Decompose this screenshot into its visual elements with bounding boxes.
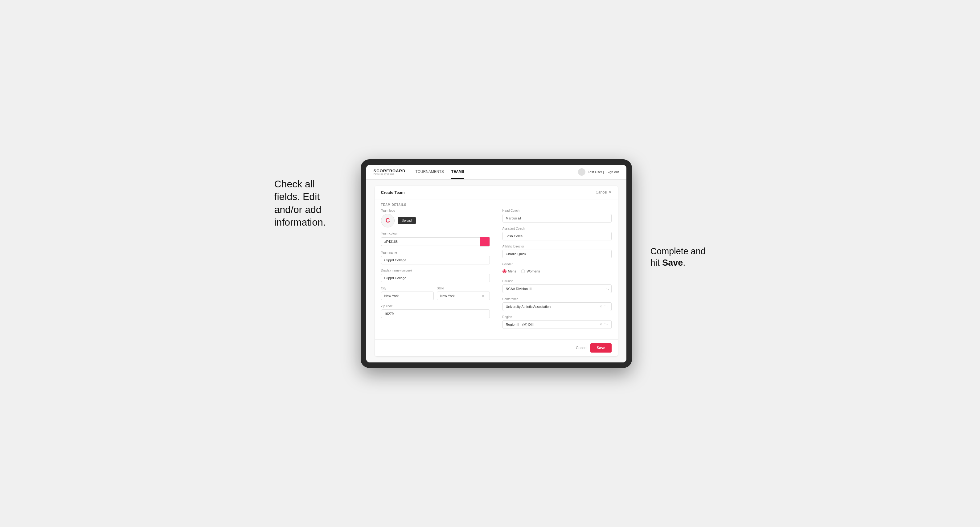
state-group: State New York ✕ [437, 287, 490, 300]
team-name-label: Team name [381, 251, 490, 254]
form-body: Team logo C Upload Team colour [375, 209, 618, 339]
radio-dot [503, 270, 506, 273]
head-coach-group: Head Coach [503, 209, 612, 222]
division-select[interactable]: NCAA Division III [503, 284, 612, 293]
region-controls: ✕ ⌃⌄ [600, 323, 608, 326]
team-colour-group: Team colour [381, 232, 490, 246]
team-logo-group: Team logo C Upload [381, 209, 490, 227]
nav-tournaments[interactable]: TOURNAMENTS [415, 165, 444, 179]
city-state-row: City State New York ✕ [381, 287, 490, 300]
user-label: Test User | [588, 170, 604, 174]
division-select-wrapper: NCAA Division III ⌃⌄ [503, 284, 612, 293]
division-arrows-icon: ⌃⌄ [605, 287, 610, 290]
display-name-input[interactable] [381, 274, 490, 282]
gender-womens-label[interactable]: Womens [521, 269, 540, 273]
colour-text-input[interactable] [381, 237, 480, 246]
state-clear-icon[interactable]: ✕ [482, 294, 484, 297]
state-select-wrapper: New York ✕ [437, 292, 490, 300]
conference-group: Conference University Athletic Associati… [503, 297, 612, 311]
conference-arrows-icon: ⌃⌄ [604, 305, 608, 308]
display-name-group: Display name (unique) [381, 269, 490, 282]
state-label: State [437, 287, 490, 290]
conference-label: Conference [503, 297, 612, 301]
division-label: Division [503, 279, 612, 283]
region-input[interactable]: Region II - (M) DIII ✕ ⌃⌄ [503, 320, 612, 329]
athletic-director-group: Athletic Director [503, 245, 612, 258]
conference-input[interactable]: University Athletic Association ✕ ⌃⌄ [503, 302, 612, 311]
assistant-coach-label: Assistant Coach [503, 227, 612, 230]
team-logo-label: Team logo [381, 209, 490, 212]
form-left: Team logo C Upload Team colour [381, 209, 496, 333]
athletic-director-input[interactable] [503, 250, 612, 258]
city-label: City [381, 287, 434, 290]
gender-row: Mens Womens [503, 268, 612, 275]
avatar [578, 168, 585, 176]
colour-swatch[interactable] [480, 237, 490, 246]
logo-area: C Upload [381, 214, 490, 227]
conference-clear-icon[interactable]: ✕ [600, 305, 602, 308]
sign-out-link[interactable]: Sign out [606, 170, 619, 174]
region-label: Region [503, 315, 612, 319]
gender-label: Gender [503, 263, 612, 266]
team-colour-label: Team colour [381, 232, 490, 235]
logo-main: SCOREBOARD [374, 169, 406, 173]
athletic-director-label: Athletic Director [503, 245, 612, 248]
display-name-label: Display name (unique) [381, 269, 490, 272]
division-group: Division NCAA Division III ⌃⌄ [503, 279, 612, 293]
app-logo: SCOREBOARD Powered by clippd [374, 169, 406, 175]
color-input-wrapper [381, 237, 490, 246]
gender-mens-label[interactable]: Mens [503, 269, 516, 273]
create-team-card: Create Team Cancel ✕ TEAM DETAILS [375, 186, 618, 356]
section-label: TEAM DETAILS [375, 199, 618, 209]
gender-womens-radio[interactable] [521, 269, 525, 273]
team-logo-circle: C [381, 214, 395, 227]
left-annotation-text: Check all fields. Edit and/or add inform… [274, 178, 326, 228]
right-annotation: Complete and hit Save. [651, 159, 706, 269]
nav-bar: SCOREBOARD Powered by clippd TOURNAMENTS… [366, 165, 627, 180]
gender-group: Gender Mens [503, 263, 612, 275]
save-button[interactable]: Save [590, 343, 611, 352]
region-arrows-icon: ⌃⌄ [604, 323, 608, 326]
region-clear-icon[interactable]: ✕ [600, 323, 602, 326]
create-team-title: Create Team [381, 190, 405, 195]
card-footer: Cancel Save [375, 339, 618, 356]
zip-input[interactable] [381, 310, 490, 318]
left-annotation: Check all fields. Edit and/or add inform… [274, 159, 342, 229]
team-name-group: Team name [381, 251, 490, 264]
cancel-x-button[interactable]: Cancel ✕ [596, 190, 611, 194]
head-coach-input[interactable] [503, 214, 612, 222]
region-group: Region Region II - (M) DIII ✕ ⌃⌄ [503, 315, 612, 329]
nav-links: TOURNAMENTS TEAMS [415, 165, 568, 179]
city-input[interactable] [381, 292, 434, 300]
cancel-button[interactable]: Cancel [576, 346, 587, 350]
nav-user-area: Test User | Sign out [578, 168, 619, 176]
page-content: Create Team Cancel ✕ TEAM DETAILS [366, 180, 627, 362]
zip-label: Zip code [381, 305, 490, 308]
team-name-input[interactable] [381, 256, 490, 264]
gender-mens-radio[interactable] [503, 269, 506, 273]
form-right: Head Coach Assistant Coach Athletic Dire… [496, 209, 612, 333]
assistant-coach-group: Assistant Coach [503, 227, 612, 240]
zip-group: Zip code [381, 305, 490, 318]
tablet-screen: SCOREBOARD Powered by clippd TOURNAMENTS… [366, 165, 627, 362]
card-header: Create Team Cancel ✕ [375, 186, 618, 199]
city-group: City [381, 287, 434, 300]
tablet-frame: SCOREBOARD Powered by clippd TOURNAMENTS… [361, 159, 632, 368]
upload-button[interactable]: Upload [398, 217, 416, 224]
nav-teams[interactable]: TEAMS [451, 165, 464, 179]
assistant-coach-input[interactable] [503, 232, 612, 240]
head-coach-label: Head Coach [503, 209, 612, 212]
logo-sub: Powered by clippd [374, 173, 406, 175]
conference-controls: ✕ ⌃⌄ [600, 305, 608, 308]
